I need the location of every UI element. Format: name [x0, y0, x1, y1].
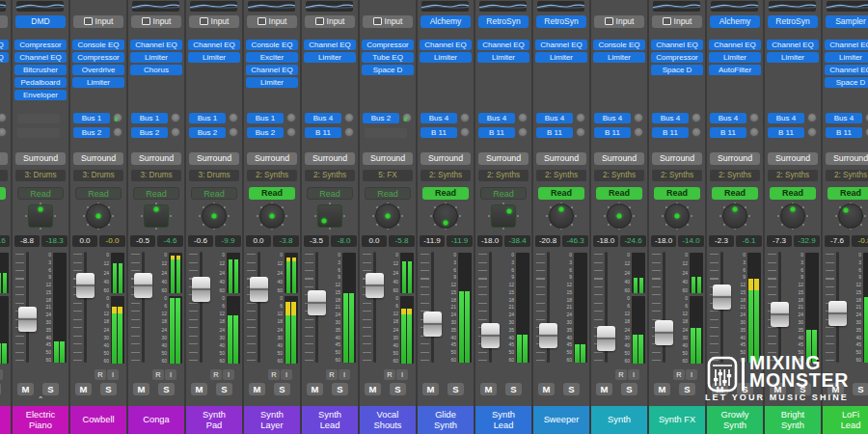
mute-button[interactable]: M — [480, 383, 497, 395]
plugin-slot[interactable]: Pedalboard — [14, 77, 67, 88]
fader-track[interactable] — [84, 252, 87, 363]
send-knob[interactable] — [113, 113, 122, 122]
mute-button[interactable]: M — [133, 383, 149, 395]
record-button[interactable]: R — [384, 369, 395, 380]
volume-value[interactable]: -11.9 — [420, 235, 445, 247]
track-name-label[interactable] — [0, 406, 11, 434]
fader-cap[interactable] — [250, 277, 268, 302]
record-button[interactable]: R — [268, 369, 280, 380]
pan-knob[interactable] — [823, 201, 868, 232]
input-monitor-button[interactable]: I — [165, 369, 176, 380]
track-name-label[interactable]: Conga — [128, 406, 184, 434]
eq-thumbnail[interactable] — [132, 1, 179, 12]
plugin-slot[interactable]: Limiter — [535, 52, 587, 63]
send-slot[interactable]: Bus 4 — [710, 113, 746, 123]
channel-strip[interactable]: InputChannel EQCompressorSpace DBus 4B 1… — [649, 0, 707, 434]
send-knob[interactable] — [171, 113, 180, 122]
channel-strip[interactable]: InputCompressorTube EQSpace DBus 2Surrou… — [360, 0, 418, 434]
fader-cap[interactable] — [134, 273, 152, 298]
plugin-slot[interactable]: Limiter — [477, 52, 529, 63]
volume-value[interactable]: -18.0 — [651, 235, 676, 247]
send-slot[interactable]: Bus 1 — [73, 113, 110, 123]
input-slot[interactable]: Input — [189, 15, 239, 28]
plugin-slot[interactable]: Exciter — [246, 52, 298, 63]
plugin-slot[interactable]: Channel EQ — [825, 65, 868, 75]
surround-panner[interactable] — [302, 201, 358, 232]
input-monitor-button[interactable]: I — [686, 369, 697, 380]
solo-button[interactable]: S — [621, 383, 637, 395]
fader-cap[interactable] — [308, 290, 326, 315]
send-slot[interactable]: Bus 2 — [189, 127, 226, 138]
fader-track[interactable] — [373, 252, 376, 363]
plugin-slot[interactable]: Channel EQ — [825, 40, 868, 50]
plugin-slot[interactable]: Limiter — [709, 52, 761, 63]
solo-button[interactable]: S — [505, 383, 522, 395]
input-slot[interactable] — [0, 15, 8, 28]
track-name-label[interactable]: Bright Synth — [765, 406, 821, 434]
input-slot[interactable]: RetroSyn — [768, 15, 818, 28]
plugin-slot[interactable]: AutoFilter — [709, 65, 761, 75]
plugin-slot[interactable]: Space D — [651, 65, 703, 75]
solo-button[interactable]: S — [448, 383, 464, 395]
group-slot[interactable]: 2: Synths — [305, 170, 355, 181]
fader-cap[interactable] — [655, 320, 673, 345]
input-monitor-button[interactable]: I — [107, 369, 119, 380]
volume-value[interactable]: -8.8 — [14, 235, 40, 247]
track-name-label[interactable]: Synth Layer — [244, 406, 300, 434]
automation-read-button[interactable]: Read — [0, 187, 6, 200]
pan-knob[interactable] — [649, 201, 705, 232]
peak-value[interactable]: -6.1 — [736, 235, 762, 247]
eq-thumbnail[interactable] — [248, 1, 295, 12]
pan-knob[interactable] — [707, 201, 763, 232]
pan-knob[interactable] — [533, 201, 589, 232]
automation-read-button[interactable]: Read — [365, 187, 411, 200]
plugin-slot[interactable]: Space D — [362, 65, 414, 75]
eq-thumbnail[interactable] — [479, 1, 527, 12]
volume-value[interactable]: -18.0 — [477, 235, 502, 247]
send-slot[interactable]: Bus 1 — [189, 113, 226, 123]
input-slot[interactable]: RetroSyn — [478, 15, 529, 28]
mute-button[interactable]: M — [307, 383, 323, 395]
input-slot[interactable]: Input — [73, 15, 123, 28]
group-slot[interactable]: 2: Synths — [478, 170, 529, 181]
send-slot[interactable]: B 11 — [536, 127, 573, 138]
mute-button[interactable]: M — [596, 383, 612, 395]
send-slot[interactable]: B 11 — [652, 127, 689, 138]
mute-button[interactable]: M — [191, 383, 207, 395]
channel-strip[interactable]: DMDCompressorChannel EQBitcrusherPedalbo… — [13, 0, 70, 434]
volume-value[interactable]: -3.5 — [304, 235, 329, 247]
send-knob[interactable] — [286, 127, 296, 137]
peak-value[interactable]: -3.8 — [273, 235, 299, 247]
peak-value[interactable]: -24.6 — [620, 235, 646, 247]
track-name-label[interactable]: Sweeper — [533, 406, 589, 434]
input-slot[interactable]: Input — [131, 15, 181, 28]
send-knob[interactable] — [0, 113, 7, 122]
pan-knob[interactable] — [186, 201, 242, 232]
plugin-slot[interactable]: Channel EQ — [130, 40, 182, 50]
mute-button[interactable]: M — [365, 383, 381, 395]
mute-button[interactable]: M — [654, 383, 670, 395]
send-knob[interactable] — [229, 113, 238, 122]
surround-panner[interactable] — [128, 201, 184, 232]
record-button[interactable]: R — [152, 369, 164, 380]
send-slot[interactable]: Bus 2 — [247, 127, 284, 138]
eq-thumbnail[interactable] — [0, 1, 6, 12]
send-knob[interactable] — [807, 113, 817, 122]
plugin-slot[interactable]: Overdrive — [72, 65, 124, 75]
fader-track[interactable] — [142, 252, 145, 363]
send-knob[interactable] — [692, 113, 701, 122]
surround-panner[interactable] — [475, 201, 531, 232]
track-name-label[interactable]: Cowbell — [70, 406, 126, 434]
output-slot[interactable]: Surround — [710, 152, 760, 165]
plugin-slot[interactable]: Channel EQ — [477, 40, 529, 50]
track-name-label[interactable]: Synth — [591, 406, 647, 434]
mute-button[interactable]: M — [17, 383, 34, 395]
send-slot[interactable]: Bus 1 — [131, 113, 168, 123]
output-slot[interactable]: Surround — [768, 152, 818, 165]
record-button[interactable]: R — [326, 369, 338, 380]
pan-knob[interactable] — [418, 201, 474, 232]
input-monitor-button[interactable]: I — [223, 369, 234, 380]
channel-strip[interactable]: RetroSynChannel EQLimiterBus 4B 11Surrou… — [533, 0, 591, 434]
plugin-slot[interactable]: Channel EQ — [0, 52, 9, 63]
input-slot[interactable]: Sampler — [826, 15, 868, 28]
